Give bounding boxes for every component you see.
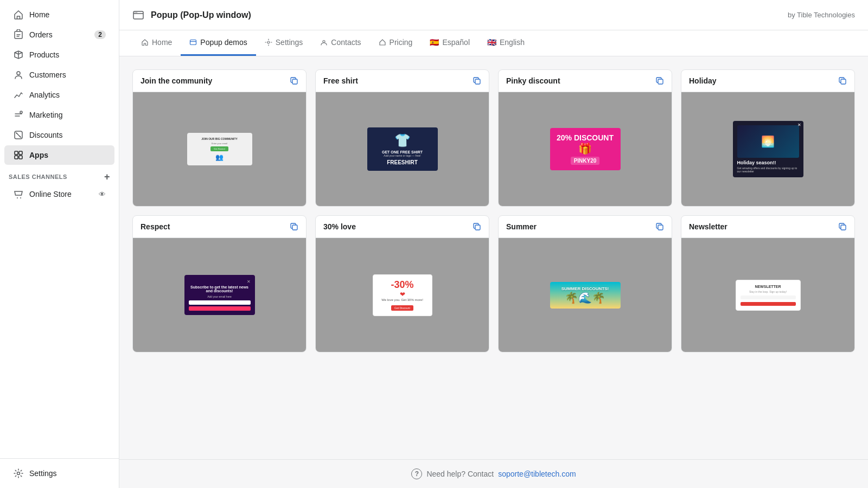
english-flag: 🇬🇧 — [487, 38, 496, 47]
online-store-visibility-icon: 👁 — [99, 190, 106, 198]
freeshirt-popup-preview: 👕 GET ONE FREE SHIRT Add your name or lo… — [367, 127, 438, 171]
svg-rect-26 — [841, 225, 846, 230]
copy-button-holiday[interactable] — [838, 76, 847, 85]
30love-popup-preview: -30% ❤ We love you. Get 30% more! Get Di… — [373, 274, 432, 316]
svg-point-4 — [20, 136, 21, 137]
svg-rect-9 — [19, 156, 22, 159]
tab-popup-demos[interactable]: Popup demos — [181, 30, 256, 56]
sidebar-item-discounts-label: Discounts — [29, 131, 62, 139]
sidebar-item-online-store[interactable]: Online Store 👁 — [4, 184, 114, 204]
popup-card-30love: 30% love -30% ❤ We love you. Get 30% mor… — [315, 215, 489, 352]
card-preview-freeshirt[interactable]: 👕 GET ONE FREE SHIRT Add your name or lo… — [316, 92, 489, 206]
tab-settings-label: Settings — [276, 38, 303, 47]
card-preview-newsletter[interactable]: NEWSLETTER Stay in the loop. Sign up tod… — [681, 238, 854, 352]
svg-point-10 — [17, 197, 18, 198]
copy-button-pinky[interactable] — [655, 76, 664, 85]
tab-espanol[interactable]: 🇪🇸 Español — [421, 30, 478, 56]
app-title: Popup (Pop-Up window) — [151, 10, 781, 20]
card-header-newsletter: Newsletter — [681, 216, 854, 238]
svg-point-18 — [323, 41, 325, 43]
card-preview-summer[interactable]: SUMMER DISCOUNTS! 🌴🌊🌴 — [499, 238, 672, 352]
card-header-respect: Respect — [133, 216, 306, 238]
svg-point-3 — [16, 133, 17, 134]
card-header-freeshirt: Free shirt — [316, 70, 489, 92]
sidebar-item-marketing[interactable]: Marketing — [4, 105, 114, 125]
card-preview-pinky[interactable]: 20% DISCOUNT 🎁 PINKY20 — [499, 92, 672, 206]
discounts-icon — [13, 130, 24, 140]
copy-button-summer[interactable] — [655, 222, 664, 231]
add-sales-channel-button[interactable]: + — [104, 172, 110, 182]
card-preview-holiday[interactable]: ✕ 🌅 Holiday season!! Get amazing offers … — [681, 92, 854, 206]
tab-bar: Home Popup demos Settings Contacts Prici… — [119, 30, 868, 56]
copy-button-freeshirt[interactable] — [473, 76, 481, 85]
card-preview-30love[interactable]: -30% ❤ We love you. Get 30% more! Get Di… — [316, 238, 489, 352]
card-title-summer: Summer — [506, 222, 537, 231]
card-title-30love: 30% love — [323, 222, 356, 231]
tab-pricing-label: Pricing — [390, 38, 413, 47]
sidebar-item-home[interactable]: Home — [4, 5, 114, 24]
sidebar-item-online-store-label: Online Store — [29, 190, 72, 198]
online-store-icon — [13, 189, 24, 200]
tab-english[interactable]: 🇬🇧 English — [478, 30, 533, 56]
copy-button-newsletter[interactable] — [838, 222, 847, 231]
settings-icon — [13, 468, 24, 479]
sidebar-item-products[interactable]: Products — [4, 45, 114, 65]
popup-card-free-shirt: Free shirt 👕 GET ONE FREE SHIRT Add your… — [315, 69, 489, 207]
svg-rect-23 — [292, 225, 297, 230]
sidebar-item-settings[interactable]: Settings — [4, 464, 114, 483]
copy-button-respect[interactable] — [290, 222, 298, 231]
sales-channels-section: SALES CHANNELS + — [0, 165, 119, 184]
respect-popup-preview: ✕ Subscribe to get the latest news and d… — [184, 275, 255, 315]
svg-rect-21 — [658, 79, 663, 84]
svg-rect-7 — [19, 151, 22, 155]
svg-rect-8 — [15, 156, 18, 159]
orders-icon — [13, 29, 24, 40]
app-header: Popup (Pop-Up window) by Tible Technolog… — [119, 0, 868, 30]
popup-grid-row1: Join the community JOIN OUR BIG COMMUNIT… — [132, 69, 855, 207]
tab-settings[interactable]: Settings — [256, 30, 312, 56]
content-area: Join the community JOIN OUR BIG COMMUNIT… — [119, 56, 868, 459]
tab-pricing[interactable]: Pricing — [370, 30, 422, 56]
copy-button-join[interactable] — [290, 76, 298, 85]
home-icon — [13, 9, 24, 20]
customers-icon — [13, 69, 24, 80]
svg-rect-20 — [475, 79, 480, 84]
card-title-holiday: Holiday — [689, 76, 717, 85]
tab-espanol-label: Español — [442, 38, 470, 47]
popup-card-summer: Summer SUMMER DISCOUNTS! 🌴🌊🌴 — [498, 215, 672, 352]
sidebar-item-analytics[interactable]: Analytics — [4, 85, 114, 105]
svg-point-14 — [135, 12, 136, 13]
join-popup-preview: JOIN OUR BIG COMMUNITY Enter your email … — [187, 133, 252, 165]
help-email[interactable]: soporte@tibletech.com — [498, 470, 576, 478]
espanol-flag: 🇪🇸 — [430, 38, 439, 47]
sidebar-item-customers[interactable]: Customers — [4, 65, 114, 85]
svg-point-12 — [17, 472, 20, 475]
sidebar-item-discounts[interactable]: Discounts — [4, 125, 114, 145]
apps-icon — [13, 150, 24, 160]
main-content: Popup (Pop-Up window) by Tible Technolog… — [119, 0, 868, 488]
holiday-popup-preview: ✕ 🌅 Holiday season!! Get amazing offers … — [733, 121, 803, 177]
svg-point-1 — [17, 72, 20, 75]
card-header-pinky: Pinky discount — [499, 70, 672, 92]
copy-button-30love[interactable] — [473, 222, 481, 231]
tab-contacts-label: Contacts — [331, 38, 361, 47]
card-preview-join[interactable]: JOIN OUR BIG COMMUNITY Enter your email … — [133, 92, 306, 206]
card-title-newsletter: Newsletter — [689, 222, 727, 231]
sidebar-item-analytics-label: Analytics — [29, 91, 60, 99]
summer-popup-preview: SUMMER DISCOUNTS! 🌴🌊🌴 — [550, 282, 621, 309]
sidebar-item-orders-label: Orders — [29, 30, 53, 39]
sidebar-item-apps-label: Apps — [29, 151, 48, 159]
tab-contacts[interactable]: Contacts — [311, 30, 369, 56]
tab-home[interactable]: Home — [132, 30, 181, 56]
svg-rect-22 — [841, 79, 846, 84]
pinky-popup-preview: 20% DISCOUNT 🎁 PINKY20 — [550, 128, 621, 170]
sidebar-item-apps[interactable]: Apps — [4, 145, 114, 165]
sidebar-item-orders[interactable]: Orders 2 — [4, 25, 114, 44]
svg-point-15 — [136, 12, 137, 13]
svg-point-11 — [20, 197, 21, 198]
sidebar-item-customers-label: Customers — [29, 70, 66, 79]
products-icon — [13, 49, 24, 60]
card-preview-respect[interactable]: ✕ Subscribe to get the latest news and d… — [133, 238, 306, 352]
popup-grid-row2: Respect ✕ Subscribe to get the latest ne… — [132, 215, 855, 352]
help-text: Need help? Contact — [426, 470, 494, 478]
